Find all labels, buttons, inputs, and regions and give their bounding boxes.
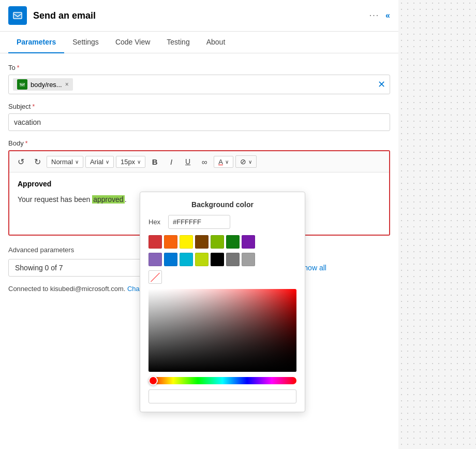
body-text-after: . [125,195,127,204]
swatch-yellow[interactable] [180,235,193,249]
swatch-chartreuse[interactable] [195,253,209,266]
swatch-transparent[interactable] [148,270,162,284]
hue-thumb[interactable] [148,376,158,385]
body-label: Body * [8,139,390,147]
color-gradient[interactable] [148,289,296,372]
swatch-violet[interactable] [148,253,162,266]
tab-bar: Parameters Settings Code View Testing Ab… [0,32,398,53]
swatch-brown[interactable] [195,235,209,249]
tab-testing[interactable]: Testing [158,32,198,53]
swatch-blue[interactable] [164,253,177,266]
undo-button[interactable]: ↺ [13,154,28,169]
underline-button[interactable]: U [181,154,195,169]
size-label: 15px [121,158,135,166]
color-picker-popup: Background color Hex [140,192,305,412]
body-highlight: approved [92,195,124,204]
to-label: To * [8,64,390,71]
header-actions: ··· « [369,11,390,20]
tab-parameters[interactable]: Parameters [8,32,64,53]
panel-title: Send an email [33,10,363,21]
font-color-dropdown[interactable]: A ∨ [214,156,233,168]
swatch-lime[interactable] [211,235,224,249]
hue-slider[interactable] [148,377,296,384]
connection-text: Connected to kisubedi@microsoft.com. [8,285,127,293]
subject-field-group: Subject * [8,103,390,131]
swatch-red[interactable] [148,235,162,249]
right-panel: Background color Hex [398,0,476,449]
hex-row: Hex [148,215,296,229]
body-text-before: Your request has been [18,195,92,204]
italic-button[interactable]: I [164,154,178,169]
font-color-label: A [218,158,223,166]
size-chevron-icon: ∨ [137,159,141,165]
bold-button[interactable]: B [147,154,162,169]
color-swatches-row2 [148,253,296,266]
body-toolbar: ↺ ↻ Normal ∨ Arial ∨ 15px ∨ B [9,151,389,172]
format-chevron-icon: ∨ [75,159,79,165]
to-required: * [17,64,20,71]
format-dropdown[interactable]: Normal ∨ [47,156,83,168]
swatch-lightgray[interactable] [242,253,255,266]
panel-header: Send an email ··· « [0,0,398,32]
font-color-chevron-icon: ∨ [225,159,229,165]
to-clear-icon[interactable]: ✕ [378,79,385,90]
collapse-icon[interactable]: « [385,11,390,20]
swatch-orange[interactable] [164,235,177,249]
to-field-group: To * body/res... × ✕ [8,64,390,94]
to-tag-icon [17,79,27,90]
tab-settings[interactable]: Settings [64,32,107,53]
transparent-swatch-row [148,270,296,284]
app-icon [8,6,27,25]
to-tag: body/res... × [13,78,73,91]
redo-button[interactable]: ↻ [30,154,44,169]
font-chevron-icon: ∨ [106,159,109,165]
size-dropdown[interactable]: 15px ∨ [116,156,145,168]
swatch-purple[interactable] [242,235,255,249]
swatch-black[interactable] [211,253,224,266]
subject-input[interactable] [8,113,390,131]
body-heading: Approved [18,180,381,188]
body-required: * [25,140,28,147]
opacity-input[interactable] [148,389,296,403]
to-tag-text: body/res... [31,81,62,89]
opacity-input-row [148,389,296,403]
bg-color-chevron-icon: ∨ [248,159,252,165]
font-label: Arial [90,158,103,166]
tab-code-view[interactable]: Code View [107,32,158,53]
bg-color-dropdown[interactable]: ⊘ ∨ [235,155,257,168]
link-button[interactable]: ∞ [197,154,212,169]
subject-required: * [32,103,35,110]
hex-input[interactable] [168,215,230,229]
swatch-cyan[interactable] [180,253,193,266]
tab-about[interactable]: About [198,32,234,53]
color-picker-title: Background color [148,200,296,209]
to-tag-close-icon[interactable]: × [65,81,69,88]
subject-label: Subject * [8,103,390,110]
swatch-green[interactable] [226,235,240,249]
format-label: Normal [51,158,73,166]
hex-label: Hex [148,218,164,226]
color-swatches [148,235,296,249]
swatch-gray[interactable] [226,253,240,266]
font-dropdown[interactable]: Arial ∨ [85,156,114,168]
to-input-area[interactable]: body/res... × ✕ [8,75,390,94]
more-options-icon[interactable]: ··· [369,11,379,20]
bg-color-icon: ⊘ [240,157,246,166]
